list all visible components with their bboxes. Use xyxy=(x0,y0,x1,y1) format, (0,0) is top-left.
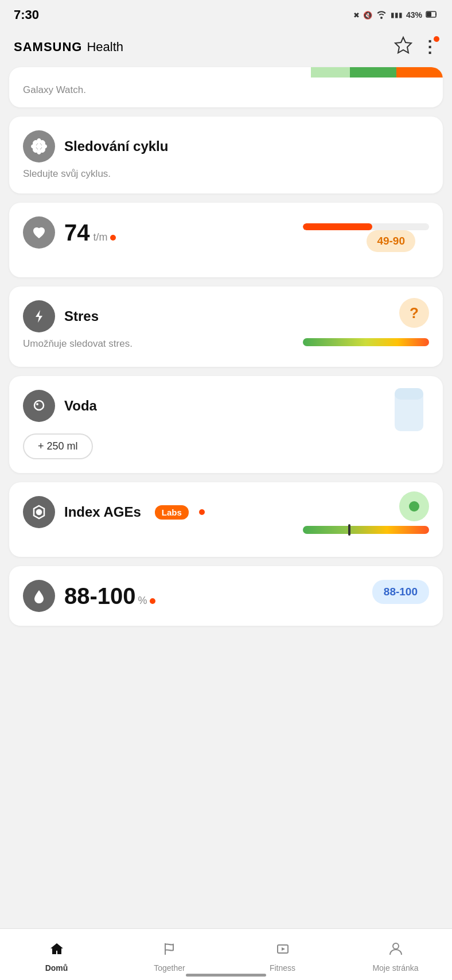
nav-domu[interactable]: Domů xyxy=(0,929,113,980)
svg-marker-21 xyxy=(282,947,285,951)
glass-illustration xyxy=(389,385,429,439)
app-header: SAMSUNG Health ⋮ xyxy=(0,30,452,67)
blood-oxygen-card[interactable]: 88-100 % 88-100 xyxy=(9,566,443,626)
nav-moje-label: Moje stránka xyxy=(372,963,418,973)
stres-title: Stres xyxy=(64,308,99,324)
svg-marker-2 xyxy=(395,37,411,53)
status-icons: ✖ 🔇 ▮▮▮ 43% xyxy=(353,10,438,21)
battery-percent: 43% xyxy=(406,10,422,20)
nav-fitness-label: Fitness xyxy=(270,963,295,973)
voda-header: Voda xyxy=(23,390,429,422)
blood-oxygen-live-dot xyxy=(150,598,155,604)
heart-live-dot xyxy=(110,235,116,241)
sledovani-icon xyxy=(23,130,55,162)
heart-rate-card[interactable]: 74 t/m 49-90 xyxy=(9,203,443,277)
stres-card[interactable]: Stres Umožňuje sledovat stres. ? xyxy=(9,286,443,367)
bottom-indicator xyxy=(186,974,266,977)
bottom-nav: Domů Together Fitness Moje stránka xyxy=(0,928,452,980)
blood-oxygen-icon xyxy=(23,580,55,612)
logo-health: Health xyxy=(87,40,123,55)
logo-samsung: SAMSUNG xyxy=(14,40,82,55)
battery-icon xyxy=(426,10,438,20)
nav-together[interactable]: Together xyxy=(113,929,226,980)
status-bar: 7:30 ✖ 🔇 ▮▮▮ 43% xyxy=(0,0,452,30)
nav-moje[interactable]: Moje stránka xyxy=(339,929,452,980)
nav-fitness[interactable]: Fitness xyxy=(226,929,339,980)
svg-point-13 xyxy=(34,401,44,410)
bluetooth-icon: ✖ xyxy=(353,11,360,20)
voda-title: Voda xyxy=(64,398,97,414)
stres-question-badge: ? xyxy=(399,298,429,328)
sledovani-subtitle: Sledujte svůj cyklus. xyxy=(23,168,111,179)
nav-together-label: Together xyxy=(154,963,185,973)
index-ages-card[interactable]: Index AGEs Labs xyxy=(9,482,443,557)
voda-icon xyxy=(23,390,55,422)
blood-oxygen-unit: % xyxy=(138,595,147,607)
index-ages-title: Index AGEs xyxy=(64,504,141,520)
svg-point-18 xyxy=(37,510,41,514)
svg-rect-16 xyxy=(395,388,423,400)
favorite-icon[interactable] xyxy=(394,36,412,58)
ages-notification-dot xyxy=(199,509,205,515)
sledovani-cyklu-card[interactable]: Sledování cyklu Sledujte svůj cyklus. xyxy=(9,117,443,193)
heart-icon xyxy=(23,216,55,249)
svg-point-14 xyxy=(36,403,38,405)
heart-right-section: 49-90 xyxy=(303,216,429,230)
stres-gradient-bar xyxy=(303,338,429,346)
header-actions: ⋮ xyxy=(394,36,438,58)
stres-icon xyxy=(23,300,55,332)
app-logo: SAMSUNG Health xyxy=(14,40,123,55)
index-ages-icon xyxy=(23,496,55,528)
ages-gradient-bar xyxy=(303,526,429,534)
ages-indicator-circle xyxy=(399,491,429,521)
sledovani-header: Sledování cyklu xyxy=(23,130,429,162)
voda-card[interactable]: Voda + 250 ml xyxy=(9,376,443,473)
voda-add-button[interactable]: + 250 ml xyxy=(23,433,93,459)
blood-oxygen-number: 88-100 xyxy=(64,583,136,609)
svg-rect-1 xyxy=(427,12,431,17)
cards-container: Galaxy Watch. Sledování cyklu xyxy=(0,67,452,692)
ages-right xyxy=(303,491,429,534)
labs-badge: Labs xyxy=(155,505,189,520)
mute-icon: 🔇 xyxy=(363,11,372,20)
stres-subtitle: Umožňuje sledovat stres. xyxy=(23,338,133,349)
notification-dot xyxy=(434,36,439,42)
blood-oxygen-value-row: 88-100 % xyxy=(64,583,155,609)
ages-bar-marker xyxy=(348,524,350,536)
flag-icon xyxy=(162,941,178,961)
svg-point-22 xyxy=(393,943,399,949)
home-icon xyxy=(49,941,65,961)
heart-badge: 49-90 xyxy=(367,230,415,252)
heart-rate-unit: t/m xyxy=(93,231,108,243)
blood-oxygen-badge: 88-100 xyxy=(372,580,429,604)
fitness-icon xyxy=(275,941,291,961)
ages-inner-dot xyxy=(409,501,419,512)
status-time: 7:30 xyxy=(14,7,39,22)
sledovani-title: Sledování cyklu xyxy=(64,138,168,154)
heart-rate-value-row: 74 t/m xyxy=(64,220,116,246)
more-menu-wrapper[interactable]: ⋮ xyxy=(422,37,438,56)
svg-point-3 xyxy=(36,144,42,149)
galaxy-watch-card[interactable]: Galaxy Watch. xyxy=(9,67,443,107)
nav-domu-label: Domů xyxy=(45,963,68,973)
wifi-icon xyxy=(376,10,387,21)
svg-marker-12 xyxy=(36,310,42,323)
person-icon xyxy=(388,941,404,961)
signal-icon: ▮▮▮ xyxy=(391,11,403,19)
heart-rate-number: 74 xyxy=(64,220,90,246)
galaxy-watch-subtitle: Galaxy Watch. xyxy=(23,84,86,95)
